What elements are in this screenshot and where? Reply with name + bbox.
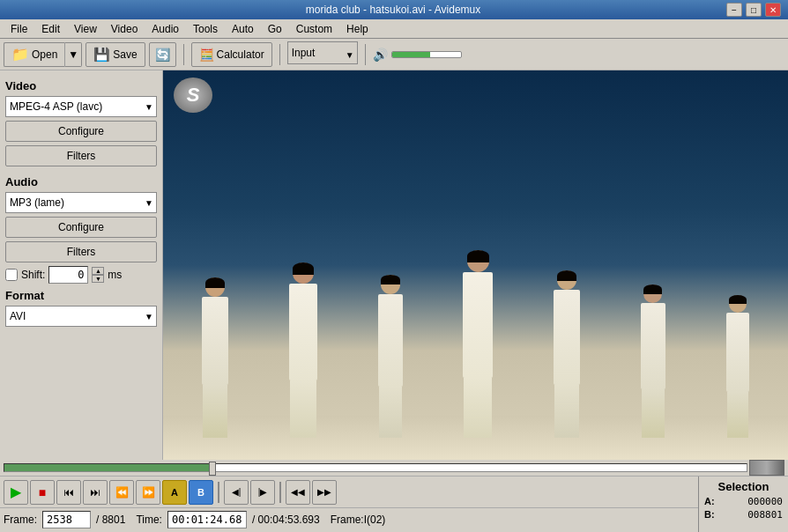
progress-bar-container xyxy=(0,460,788,476)
shift-spinner: ▲ ▼ xyxy=(92,267,104,283)
total-time: / 00:04:53.693 xyxy=(252,514,320,526)
menu-help[interactable]: Help xyxy=(339,21,375,37)
person-7 xyxy=(726,295,749,438)
menu-video[interactable]: Video xyxy=(104,21,145,37)
input-dropdown-wrap: Input Output xyxy=(287,41,358,68)
head-3 xyxy=(381,275,400,294)
person-5 xyxy=(554,270,580,438)
audio-codec-select[interactable]: MP3 (lame) xyxy=(5,192,157,213)
toolbar-separator-1 xyxy=(183,44,184,65)
hair-6 xyxy=(643,284,662,294)
window-controls: − □ ✕ xyxy=(726,3,781,17)
torso-4 xyxy=(463,272,493,378)
format-select[interactable]: AVI xyxy=(5,306,157,327)
menu-file[interactable]: File xyxy=(4,21,34,37)
torso-7 xyxy=(726,313,749,392)
torso-5 xyxy=(554,290,580,385)
person-6 xyxy=(641,284,665,438)
hair-2 xyxy=(293,262,314,275)
audio-section-title: Audio xyxy=(5,175,157,188)
icon-button[interactable]: 🔄 xyxy=(149,42,176,67)
menu-tools[interactable]: Tools xyxy=(186,21,225,37)
next-keyframe-button[interactable]: |▶ xyxy=(250,480,275,505)
ctrl-separator-2 xyxy=(279,482,281,503)
total-frames: / 8801 xyxy=(96,514,125,526)
play-button[interactable]: ▶ xyxy=(4,480,28,505)
torso-1 xyxy=(202,297,228,385)
save-button[interactable]: 💾 Save xyxy=(85,42,145,67)
video-codec-select[interactable]: MPEG-4 ASP (lavc) xyxy=(5,96,157,117)
hair-1 xyxy=(205,277,225,288)
hair-4 xyxy=(467,250,489,262)
rewind-button[interactable]: ⏪ xyxy=(109,480,134,505)
menu-custom[interactable]: Custom xyxy=(289,21,339,37)
calculator-button[interactable]: 🧮 Calculator xyxy=(191,42,272,67)
marker-a-button[interactable]: A xyxy=(162,480,187,505)
window-title: morida club - hatsukoi.avi - Avidemux xyxy=(60,4,726,16)
toolbar: 📁 Open ▼ 💾 Save 🔄 🧮 Calculator Input Out… xyxy=(0,39,788,70)
format-section-title: Format xyxy=(5,289,157,302)
open-dropdown-arrow[interactable]: ▼ xyxy=(64,42,82,67)
prev-frame-button[interactable]: ◀◀ xyxy=(286,480,310,505)
shift-down-button[interactable]: ▼ xyxy=(92,275,104,283)
menu-view[interactable]: View xyxy=(67,21,104,37)
input-select[interactable]: Input Output xyxy=(287,41,358,64)
main-area: Video MPEG-4 ASP (lavc) Configure Filter… xyxy=(0,70,788,460)
time-input[interactable] xyxy=(167,511,247,528)
close-button[interactable]: ✕ xyxy=(765,3,781,17)
next-frame-button[interactable]: ▶▶ xyxy=(312,480,337,505)
person-3 xyxy=(378,275,403,438)
progress-thumb[interactable] xyxy=(209,462,216,476)
volume-icon: 🔊 xyxy=(373,48,388,62)
menu-audio[interactable]: Audio xyxy=(145,21,186,37)
head-7 xyxy=(729,295,747,313)
stop-button[interactable]: ■ xyxy=(30,480,55,505)
folder-icon: 📁 xyxy=(11,46,29,63)
selection-b-row: B: 008801 xyxy=(704,509,783,521)
audio-configure-button[interactable]: Configure xyxy=(5,217,157,238)
maximize-button[interactable]: □ xyxy=(746,3,762,17)
audio-filters-button[interactable]: Filters xyxy=(5,241,157,262)
head-2 xyxy=(293,262,314,284)
legs-6 xyxy=(642,389,665,438)
minimize-button[interactable]: − xyxy=(726,3,742,17)
frame-info: Frame:I(02) xyxy=(331,514,386,526)
shift-unit: ms xyxy=(108,269,122,281)
video-configure-button[interactable]: Configure xyxy=(5,121,157,142)
video-section-title: Video xyxy=(5,79,157,92)
marker-b-button[interactable]: B xyxy=(189,480,213,505)
volume-slider[interactable] xyxy=(391,51,462,58)
shift-label: Shift: xyxy=(21,269,45,281)
left-panel: Video MPEG-4 ASP (lavc) Configure Filter… xyxy=(0,70,163,460)
selection-panel: Selection A: 000000 B: 008801 xyxy=(698,477,788,532)
calculator-label: Calculator xyxy=(217,48,264,61)
head-6 xyxy=(643,284,662,303)
video-codec-wrap: MPEG-4 ASP (lavc) xyxy=(5,96,157,117)
next-end-button[interactable]: ⏭ xyxy=(83,480,108,505)
shift-checkbox[interactable] xyxy=(5,269,18,281)
selection-a-value: 000000 xyxy=(747,496,783,507)
save-label: Save xyxy=(113,48,137,61)
torso-2 xyxy=(289,284,317,381)
save-icon: 💾 xyxy=(93,47,110,63)
frame-input[interactable] xyxy=(42,511,91,528)
forward-button[interactable]: ⏩ xyxy=(136,480,160,505)
open-button[interactable]: 📁 Open xyxy=(4,42,64,67)
hair-3 xyxy=(381,275,400,284)
video-filters-button[interactable]: Filters xyxy=(5,145,157,166)
prev-start-button[interactable]: ⏮ xyxy=(56,480,81,505)
menu-bar: File Edit View Video Audio Tools Auto Go… xyxy=(0,19,788,39)
progress-track[interactable] xyxy=(4,463,747,472)
menu-auto[interactable]: Auto xyxy=(225,21,261,37)
menu-go[interactable]: Go xyxy=(261,21,289,37)
selection-a-row: A: 000000 xyxy=(704,496,783,507)
menu-edit[interactable]: Edit xyxy=(34,21,67,37)
shift-input[interactable] xyxy=(48,266,88,284)
open-label: Open xyxy=(32,48,57,61)
video-panel: S xyxy=(163,70,788,460)
video-logo: S xyxy=(174,78,212,113)
shift-up-button[interactable]: ▲ xyxy=(92,267,104,275)
audio-codec-wrap: MP3 (lame) xyxy=(5,192,157,213)
legs-4 xyxy=(464,378,492,438)
prev-keyframe-button[interactable]: ◀| xyxy=(224,480,249,505)
